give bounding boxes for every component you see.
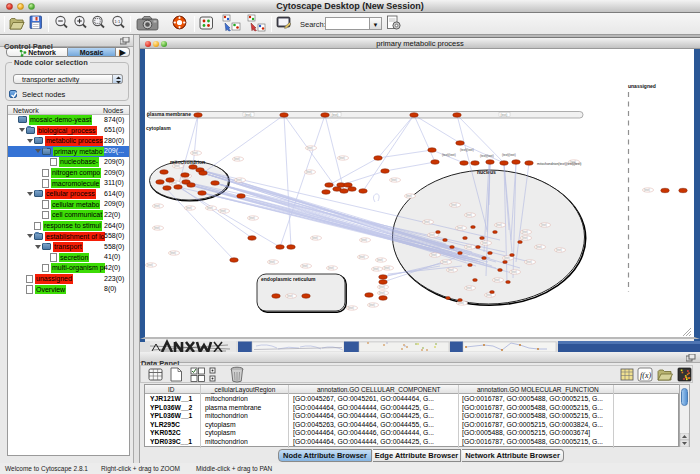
svg-text:endoplasmic reticulum: endoplasmic reticulum (261, 276, 316, 282)
svg-text:(text): (text) (170, 251, 176, 255)
svg-text:(text): (text) (373, 267, 379, 271)
svg-text:(text): (text) (556, 248, 562, 252)
svg-text:(text): (text) (154, 204, 160, 208)
svg-text:(text): (text) (269, 260, 275, 264)
svg-text:mitochondrion(text)(text)(text: mitochondrion(text)(text)(text) (537, 162, 581, 166)
svg-text:(text): (text) (424, 220, 430, 224)
svg-text:(text): (text) (541, 223, 547, 227)
svg-text:unassigned: unassigned (628, 83, 656, 89)
svg-text:(text): (text) (245, 113, 252, 117)
svg-text:(text): (text) (147, 263, 153, 267)
svg-text:(text): (text) (369, 303, 375, 307)
svg-text:(text): (text) (302, 264, 308, 268)
svg-text:mitochondrion: mitochondrion (170, 159, 205, 165)
svg-text:(text): (text) (391, 178, 397, 182)
svg-text:(text): (text) (287, 294, 293, 298)
svg-text:nucleus: nucleus (477, 169, 496, 175)
svg-text:(text): (text) (328, 266, 334, 270)
svg-text:(text): (text) (448, 268, 454, 272)
svg-text:(text): (text) (457, 226, 463, 230)
svg-text:(text): (text) (526, 260, 532, 264)
svg-text:(text): (text) (306, 170, 312, 174)
svg-text:(text): (text) (379, 291, 385, 295)
svg-text:(text): (text) (377, 258, 383, 262)
svg-text:cytoplasm: cytoplasm (146, 125, 171, 131)
svg-text:(text): (text) (522, 236, 528, 240)
svg-text:1:1: 1:1 (115, 19, 121, 24)
svg-text:(text): (text) (307, 146, 313, 150)
svg-text:(text): (text) (501, 113, 508, 117)
svg-text:(text)(text): (text)(text) (442, 153, 456, 157)
svg-text:(text): (text) (466, 286, 472, 290)
svg-text:(text): (text) (234, 157, 240, 161)
svg-text:plasma membrane: plasma membrane (147, 111, 191, 117)
svg-text:(text): (text) (536, 245, 542, 249)
svg-text:(text): (text) (431, 253, 437, 257)
svg-text:(text): (text) (442, 260, 448, 264)
svg-text:(text): (text) (332, 113, 339, 117)
svg-text:(text): (text) (504, 256, 510, 260)
svg-text:(text): (text) (384, 266, 390, 270)
svg-text:(text): (text) (379, 285, 385, 289)
svg-text:(text): (text) (466, 245, 472, 249)
svg-text:(text): (text) (359, 255, 365, 259)
svg-text:(text): (text) (429, 233, 435, 237)
svg-text:(text): (text) (511, 270, 517, 274)
svg-text:(text): (text) (496, 223, 502, 227)
svg-text:(text): (text) (220, 209, 226, 213)
svg-text:(text): (text) (644, 188, 650, 192)
svg-text:(text)(text): (text)(text) (480, 154, 494, 158)
svg-text:(text): (text) (348, 306, 354, 310)
svg-text:(text): (text) (192, 151, 198, 155)
svg-text:(text): (text) (361, 238, 367, 242)
svg-text:(text): (text) (207, 206, 213, 210)
svg-text:(text): (text) (174, 164, 180, 168)
svg-text:(text): (text) (494, 278, 500, 282)
svg-text:(text): (text) (249, 216, 255, 220)
svg-text:(text): (text) (482, 241, 488, 245)
svg-text:f(x): f(x) (640, 371, 651, 380)
svg-text:(text): (text) (406, 194, 412, 198)
svg-text:(text): (text) (154, 226, 160, 230)
svg-text:(text): (text) (312, 236, 318, 240)
svg-text:(text): (text) (451, 203, 457, 207)
svg-text:(text): (text) (522, 230, 528, 234)
svg-text:(text)(text): (text)(text) (502, 153, 516, 157)
svg-text:(text): (text) (466, 213, 472, 217)
svg-text:(text): (text) (236, 178, 242, 182)
svg-text:(text): (text) (186, 206, 192, 210)
svg-text:(text): (text) (339, 156, 345, 160)
svg-text:(text)(text): (text)(text) (460, 148, 474, 152)
